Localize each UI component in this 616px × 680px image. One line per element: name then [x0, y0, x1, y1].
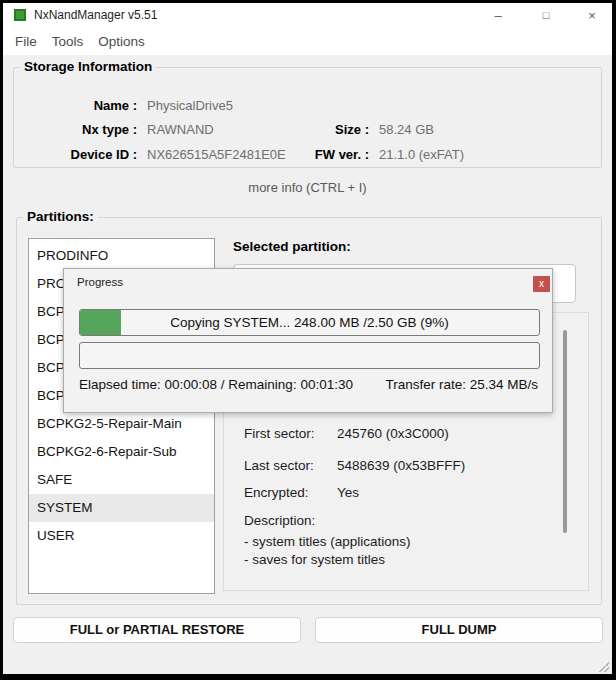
progress-bar-text: Copying SYSTEM... 248.00 MB /2.50 GB (9%…	[80, 310, 539, 336]
secondary-progress-bar	[79, 342, 540, 369]
description-line: - system titles (applications)	[244, 534, 411, 550]
description-line: - saves for system titles	[244, 552, 385, 568]
partition-item[interactable]: PRODINFO	[29, 242, 214, 270]
fw-ver-label: FW ver. :	[214, 147, 369, 163]
dialog-close-icon[interactable]: x	[533, 276, 550, 292]
menu-options[interactable]: Options	[98, 34, 145, 49]
window-title: NxNandManager v5.51	[34, 8, 157, 22]
partition-item[interactable]: USER	[29, 522, 214, 550]
last-sector-value: 5488639 (0x53BFFF)	[337, 458, 465, 474]
resize-grip[interactable]	[599, 662, 609, 672]
app-icon	[14, 9, 26, 21]
progress-dialog: Progress x Copying SYSTEM... 248.00 MB /…	[63, 268, 553, 413]
transfer-rate-text: Transfer rate: 25.34 MB/s	[385, 377, 538, 392]
device-id-label: Device ID :	[14, 147, 137, 163]
encrypted-value: Yes	[337, 485, 359, 501]
more-info-link[interactable]: more info (CTRL + I)	[3, 180, 612, 195]
maximize-button[interactable]: □	[529, 3, 563, 28]
encrypted-label: Encrypted:	[244, 485, 309, 501]
elapsed-remaining-text: Elapsed time: 00:00:08 / Remaining: 00:0…	[79, 377, 353, 392]
selected-partition-title: Selected partition:	[233, 239, 351, 254]
partition-item[interactable]: BCPKG2-5-Repair-Main	[29, 410, 214, 438]
storage-info-group: Storage Information Name : PhysicalDrive…	[13, 67, 602, 168]
menu-tools[interactable]: Tools	[52, 34, 84, 49]
name-value: PhysicalDrive5	[147, 98, 233, 114]
title-bar: NxNandManager v5.51 – □ ×	[3, 3, 612, 28]
size-value: 58.24 GB	[379, 122, 434, 138]
full-dump-button[interactable]: FULL DUMP	[315, 617, 603, 643]
progress-dialog-title: Progress	[77, 276, 123, 288]
minimize-button[interactable]: –	[481, 3, 515, 28]
menu-bar: File Tools Options	[3, 28, 612, 55]
close-button[interactable]: ×	[575, 3, 609, 28]
first-sector-label: First sector:	[244, 426, 315, 442]
nx-type-value: RAWNAND	[147, 122, 214, 138]
last-sector-label: Last sector:	[244, 458, 314, 474]
storage-info-title: Storage Information	[20, 59, 156, 74]
partitions-title: Partitions:	[23, 209, 98, 224]
full-or-partial-restore-button[interactable]: FULL or PARTIAL RESTORE	[13, 617, 301, 643]
menu-file[interactable]: File	[15, 34, 37, 49]
partition-item[interactable]: SAFE	[29, 466, 214, 494]
description-label: Description:	[244, 513, 315, 529]
partition-item[interactable]: BCPKG2-6-Repair-Sub	[29, 438, 214, 466]
nx-type-label: Nx type :	[14, 122, 137, 138]
partition-item[interactable]: SYSTEM	[29, 494, 214, 522]
size-label: Size :	[214, 122, 369, 138]
fw-ver-value: 21.1.0 (exFAT)	[379, 147, 464, 163]
name-label: Name :	[14, 98, 137, 114]
app-window: NxNandManager v5.51 – □ × File Tools Opt…	[3, 3, 612, 674]
details-scrollbar[interactable]	[563, 330, 567, 533]
copy-progress-bar: Copying SYSTEM... 248.00 MB /2.50 GB (9%…	[79, 309, 540, 336]
first-sector-value: 245760 (0x3C000)	[337, 426, 449, 442]
